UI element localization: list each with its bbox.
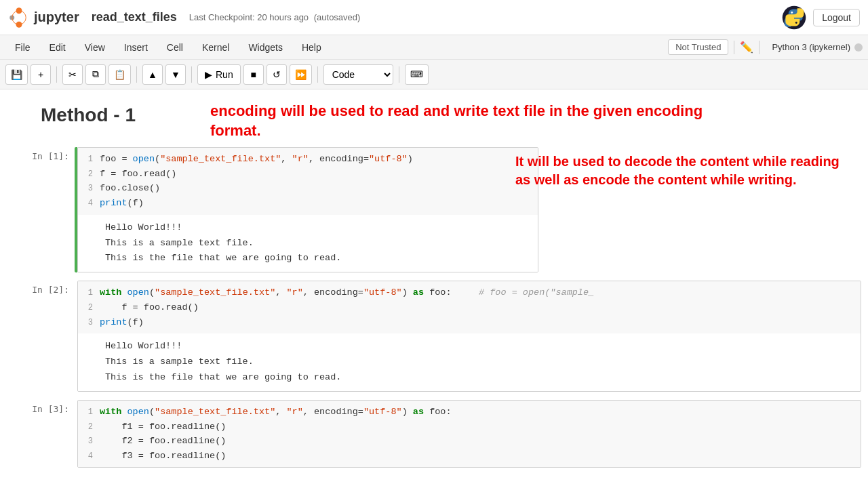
jupyter-logo-icon [8, 7, 30, 28]
move-up-button[interactable]: ▲ [142, 64, 163, 85]
toolbar: 💾 + ✂ ⧉ 📋 ▲ ▼ ▶ Run ■ ↺ ⏩ Code Markdown … [0, 60, 868, 89]
cell-3-label: In [3]: [7, 400, 75, 468]
checkpoint-info: Last Checkpoint: 20 hours ago (autosaved… [189, 12, 361, 22]
kernel-info: Python 3 (ipykernel) [772, 42, 863, 52]
jupyter-logo: jupyter [8, 7, 79, 28]
svg-point-6 [795, 22, 797, 24]
cut-button[interactable]: ✂ [62, 64, 83, 85]
menu-file[interactable]: File [5, 38, 40, 57]
menubar: File Edit View Insert Cell Kernel Widget… [0, 35, 868, 60]
method-title: Method - 1 [41, 102, 183, 126]
cell-1-wrapper: In [1]: 1foo = open("sample_text_file.tx… [0, 146, 868, 274]
cell-2-body[interactable]: 1with open("sample_text_file.txt", "r", … [77, 281, 861, 392]
cell-3-row: In [3]: 1with open("sample_text_file.txt… [0, 393, 868, 469]
add-cell-button[interactable]: + [31, 64, 51, 85]
restart-run-button[interactable]: ⏩ [290, 64, 312, 85]
cell-2-label: In [2]: [7, 281, 75, 392]
stop-button[interactable]: ■ [243, 64, 264, 85]
cell-3-code[interactable]: 1with open("sample_text_file.txt", "r", … [78, 401, 861, 467]
topbar: jupyter read_text_files Last Checkpoint:… [0, 0, 868, 35]
keyboard-button[interactable]: ⌨ [405, 64, 429, 85]
menu-kernel[interactable]: Kernel [193, 38, 239, 57]
notebook-title[interactable]: read_text_files [92, 10, 177, 24]
paste-button[interactable]: 📋 [108, 64, 131, 85]
copy-button[interactable]: ⧉ [85, 64, 106, 85]
python-logo-icon [782, 5, 806, 30]
cell-1-output: Hello World!!! This is a sample text fil… [78, 215, 538, 272]
cell-type-select[interactable]: Code Markdown Raw [323, 64, 393, 85]
top-annotation: encoding will be used to read and write … [197, 102, 726, 140]
cell-1-label: In [1]: [7, 147, 75, 272]
cell-1-body[interactable]: 1foo = open("sample_text_file.txt", "r",… [77, 147, 538, 272]
restart-button[interactable]: ↺ [267, 64, 287, 85]
menu-edit[interactable]: Edit [40, 38, 75, 57]
method-section: Method - 1 encoding will be used to read… [0, 96, 868, 146]
cell-2-output: Hello World!!! This is a sample text fil… [78, 333, 861, 391]
menu-help[interactable]: Help [292, 38, 331, 57]
run-button[interactable]: ▶ Run [197, 64, 241, 85]
cell-3-body[interactable]: 1with open("sample_text_file.txt", "r", … [77, 400, 861, 468]
menu-view[interactable]: View [75, 38, 115, 57]
menu-widgets[interactable]: Widgets [239, 38, 292, 57]
not-trusted-button[interactable]: Not Trusted [668, 39, 728, 55]
move-down-button[interactable]: ▼ [165, 64, 186, 85]
svg-point-5 [791, 12, 793, 14]
menu-insert[interactable]: Insert [115, 38, 157, 57]
logout-button[interactable]: Logout [813, 9, 860, 26]
jupyter-brand: jupyter [34, 9, 79, 25]
kernel-status-icon [854, 43, 863, 52]
cell-2-code[interactable]: 1with open("sample_text_file.txt", "r", … [78, 281, 861, 333]
cell-2-row: In [2]: 1with open("sample_text_file.txt… [0, 274, 868, 393]
run-icon: ▶ [205, 69, 212, 80]
menu-cell[interactable]: Cell [157, 38, 193, 57]
cell-1-code[interactable]: 1foo = open("sample_text_file.txt", "r",… [78, 148, 538, 214]
main-content: Method - 1 encoding will be used to read… [0, 89, 868, 488]
pencil-icon: ✏️ [740, 41, 753, 54]
save-button[interactable]: 💾 [5, 64, 28, 85]
cell-1-row: In [1]: 1foo = open("sample_text_file.tx… [0, 146, 868, 274]
